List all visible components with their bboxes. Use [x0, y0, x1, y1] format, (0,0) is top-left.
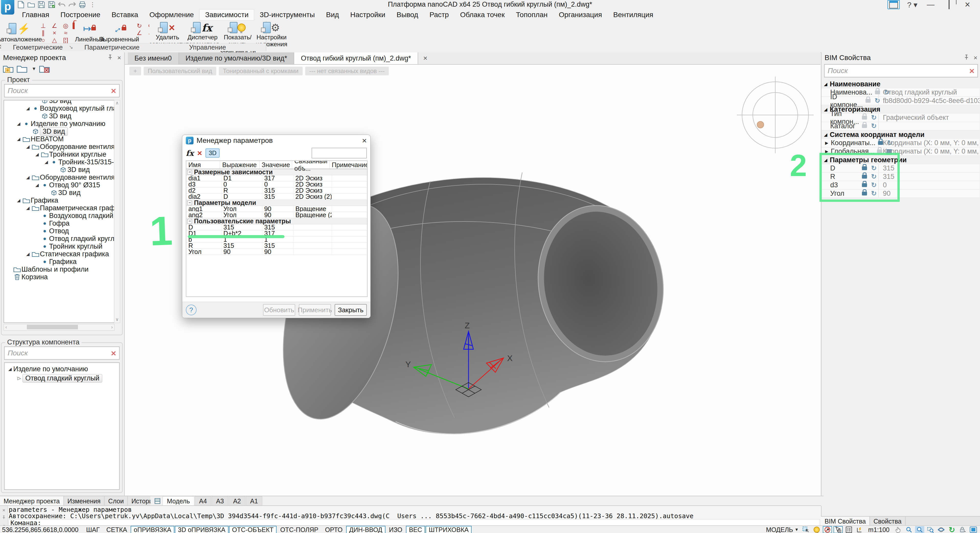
viewport-control-0[interactable]: + — [129, 67, 141, 75]
tree-item[interactable]: 3D вид — [4, 166, 114, 173]
parameter-group-row[interactable]: −Размерные зависимости — [186, 169, 367, 175]
parameter-table[interactable]: ИмяВыражениеЗначениеСвязанный объ...Прим… — [186, 160, 368, 297]
menu-item-5[interactable]: 3D-инструменты — [254, 9, 320, 21]
close-button[interactable]: × — [962, 0, 974, 10]
help-button[interactable]: ? — [186, 305, 197, 315]
model-space-button[interactable]: МОДЕЛЬ▼ — [766, 526, 800, 533]
tangent-icon[interactable]: ∠ — [50, 22, 59, 29]
parameter-group-row[interactable]: −Параметры модели — [186, 200, 367, 206]
status-toggle-ШТРИХОВКА[interactable]: ШТРИХОВКА — [426, 526, 472, 533]
close-panel-icon[interactable]: × — [974, 54, 977, 62]
toolbar-options-icon[interactable]: ⋮ — [88, 1, 97, 8]
project-search[interactable]: Поиск × — [4, 84, 119, 97]
param-note[interactable] — [332, 230, 367, 236]
tree-item[interactable]: ◢●Отвод 90° Ø315 — [4, 181, 114, 189]
tree-expander-icon[interactable]: ◢ — [25, 144, 31, 149]
column-header[interactable]: Примечание — [330, 161, 367, 169]
app-logo-icon[interactable]: p — [1, 0, 14, 14]
parameter-row[interactable]: R315315 — [186, 243, 367, 249]
refresh-icon[interactable]: ↻ — [870, 114, 878, 122]
normal-icon[interactable]: △ — [50, 37, 59, 43]
bim-group-header[interactable]: ◢Параметры геометрии — [821, 156, 980, 164]
bim-tab-0[interactable]: BIM Свойства — [821, 517, 870, 526]
selection-cycling-icon[interactable] — [801, 526, 811, 533]
perpendicular-icon[interactable]: ⊥ — [39, 22, 48, 29]
column-header[interactable]: Значение — [260, 161, 293, 169]
tree-expander-icon[interactable]: ◢ — [25, 205, 31, 211]
param-expression[interactable]: D1 — [221, 175, 262, 181]
parameter-row[interactable]: Угол9090 — [186, 249, 367, 255]
view-compass[interactable] — [737, 77, 814, 153]
tree-item[interactable]: 3D вид — [4, 127, 114, 135]
radial-lock-icon[interactable]: ↻ — [135, 22, 144, 29]
save-icon[interactable] — [37, 1, 46, 8]
regen-icon[interactable]: ↻ — [947, 526, 956, 533]
panel-tab-0[interactable]: Менеджер проекта — [0, 496, 64, 506]
no-selection-icon[interactable] — [823, 526, 832, 533]
param-expression[interactable]: Угол — [221, 206, 262, 212]
layout-tab-0[interactable]: Модель — [162, 496, 194, 506]
menu-item-9[interactable]: Растр — [424, 9, 455, 21]
project-tree-vscrollbar[interactable]: ∧∨ — [114, 100, 120, 323]
tree-expander-icon[interactable]: ◢ — [34, 152, 40, 157]
collapse-icon[interactable]: − — [187, 201, 192, 205]
zoom-icon[interactable] — [904, 526, 913, 533]
refresh-icon[interactable]: ↻ — [870, 190, 878, 198]
menu-item-11[interactable]: Топоплан — [510, 9, 553, 21]
interface-layout-icon[interactable] — [888, 0, 900, 9]
tree-item[interactable]: ◢Графика — [4, 197, 114, 204]
layout-tab-3[interactable]: A2 — [229, 496, 245, 506]
lock-ui-icon[interactable] — [958, 526, 967, 533]
panel-tab-2[interactable]: Слои — [105, 496, 128, 506]
chevron-down-icon[interactable]: ◢ — [824, 132, 827, 137]
refresh-icon[interactable]: ↻ — [870, 173, 878, 181]
tree-item[interactable]: ●Гофра — [4, 219, 114, 227]
new-project-folder-icon[interactable] — [3, 64, 14, 73]
param-expression[interactable]: 90 — [221, 249, 262, 255]
menu-item-7[interactable]: Настройки — [345, 9, 391, 21]
parameter-row[interactable]: d2R3152D Эскиз — [186, 187, 367, 194]
bim-property-value[interactable]: 315 — [879, 164, 980, 172]
angle-dim-icon[interactable]: ∠ — [135, 30, 144, 36]
tree-expander-icon[interactable]: ◢ — [34, 182, 40, 188]
close-dialog-button[interactable]: Закрыть — [334, 304, 367, 316]
param-note[interactable] — [332, 181, 367, 187]
viewport-scale[interactable]: m1:100 — [866, 526, 892, 533]
fullscreen-icon[interactable] — [969, 526, 978, 533]
bim-property-row[interactable]: ID компоне...↻fb8d80d0-b929-4c5c-8ee6-d1… — [821, 97, 980, 105]
clear-search-icon[interactable]: × — [111, 86, 116, 96]
layout-list-icon[interactable] — [153, 496, 162, 506]
bim-property-row[interactable]: D↻315 — [821, 164, 980, 173]
menu-item-4[interactable]: Зависимости — [199, 9, 254, 21]
zoom-window-icon[interactable] — [926, 526, 935, 533]
chevron-right-icon[interactable]: ▶ — [825, 149, 828, 154]
tree-item[interactable]: ●Отвод гладкий круглый — [4, 235, 114, 243]
menu-item-3[interactable]: Оформление — [144, 9, 200, 21]
viewport-control-1[interactable]: Пользовательский вид — [144, 67, 216, 75]
horizontal-icon[interactable]: ≈ — [61, 30, 70, 36]
viewport-control-2[interactable]: Тонированный с кромками — [219, 67, 303, 75]
parameter-group-row[interactable]: −Пользовательские параметры — [186, 218, 367, 224]
param-expression[interactable]: 0 — [221, 181, 262, 187]
pan-icon[interactable] — [894, 526, 903, 533]
parameter-row[interactable]: b11 — [186, 236, 367, 243]
menu-item-8[interactable]: Вывод — [391, 9, 424, 21]
param-note[interactable] — [332, 175, 367, 181]
status-toggle-оПРИВЯЗКА[interactable]: оПРИВЯЗКА — [130, 526, 174, 533]
parameter-row[interactable]: D1D+b*2317 — [186, 230, 367, 236]
tree-item[interactable]: ◢●Изделие по умолчанию — [4, 120, 114, 127]
tree-item[interactable]: 3D вид — [4, 189, 114, 197]
open-project-folder-icon[interactable] — [16, 64, 29, 73]
param-expression[interactable]: D+b*2 — [221, 230, 262, 236]
redo-icon[interactable] — [68, 1, 76, 8]
parameter-row[interactable]: dia1D13172D Эскиз — [186, 175, 367, 181]
highlight-bulb-icon[interactable] — [812, 526, 821, 533]
menu-item-1[interactable]: Построение — [55, 9, 106, 21]
layout-tab-1[interactable]: A4 — [195, 496, 212, 506]
save-all-icon[interactable] — [47, 1, 56, 8]
bim-group-header[interactable]: ◢Система координат модели — [821, 130, 980, 139]
tree-item[interactable]: ◢Статическая графика — [4, 250, 114, 258]
param-expression[interactable]: Угол — [221, 212, 262, 218]
bim-property-row[interactable]: R↻315 — [821, 173, 980, 181]
column-header[interactable]: Выражение — [220, 161, 259, 169]
